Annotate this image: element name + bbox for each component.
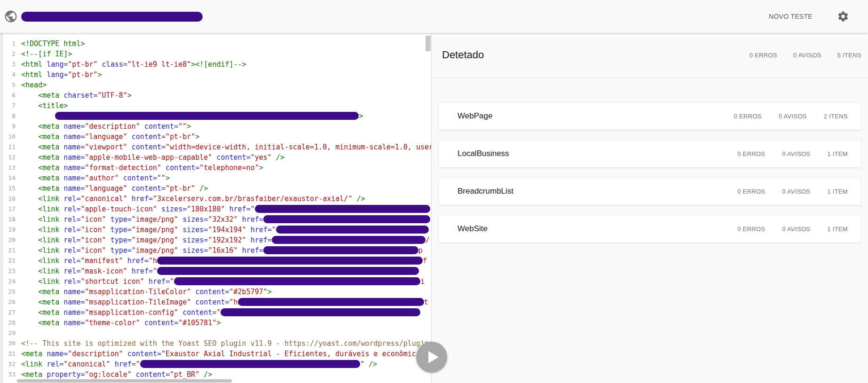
globe-icon [4,9,18,23]
redacted-text [157,257,423,265]
card-type-label: WebPage [458,111,734,121]
code-line: 3<html lang="pt-br" class="lt-ie9 lt-ie8… [0,59,431,70]
url-redaction [21,12,203,22]
code-line-content: <meta name="author" content=""> [16,173,431,183]
results-summary: 0 ERROS 0 AVISOS 5 ITENS [750,52,861,59]
code-line-content: <meta name="language" content="pt-br" /> [16,183,431,194]
code-line: 10 <meta name="language" content="pt-br"… [0,132,431,142]
result-card-localbusiness[interactable]: LocalBusiness0 ERROS0 AVISOS1 ITEM [438,140,861,168]
code-line: 2<!--[if IE]> [0,49,431,59]
code-line-content: <link rel="apple-touch-icon" sizes="180x… [16,204,431,214]
vertical-scrollbar[interactable] [426,36,431,51]
card-type-label: LocalBusiness [458,149,737,158]
code-line-content: <meta property="og:locale" content="pt_B… [16,369,431,380]
line-number: 5 [0,80,16,90]
card-errors: 0 ERROS [734,113,762,120]
redacted-text [157,267,419,275]
code-line-content: <meta name="format-detection" content="t… [16,163,431,173]
code-line-content: <meta name="msapplication-config" conten… [16,307,431,318]
code-line-content: <link rel="canonical" href="3xcelerserv.… [16,194,431,204]
code-line-content: <!--[if IE]> [16,49,431,59]
line-number: 24 [0,276,16,287]
code-line-content: <link rel="manifest" href="hf [16,256,431,266]
line-number: 15 [0,183,16,194]
summary-items: 5 ITENS [837,52,861,59]
line-number: 29 [0,328,16,338]
line-number: 20 [0,235,16,245]
code-line: 30<!-- This site is optimized with the Y… [0,338,431,349]
line-number: 10 [0,132,16,142]
code-line: 9 <meta name="description" content=""> [0,121,431,132]
code-line-content: <meta name="description" content=""> [16,121,431,132]
code-line-content [16,328,431,338]
card-items: 1 ITEM [827,188,848,195]
settings-gear-icon[interactable] [837,10,849,23]
redacted-text [221,308,420,316]
line-number: 7 [0,101,16,111]
code-line: 8 > [0,111,431,121]
code-line-content: > [16,111,431,121]
code-line-content: <!DOCTYPE html> [16,39,431,49]
code-line-content: <meta name="language" content="pt-br"> [16,132,431,142]
code-line-content: <link rel="icon" type="image/png" sizes=… [16,235,431,245]
code-line-content: <title> [16,101,431,111]
line-number: 12 [0,152,16,163]
card-type-label: WebSite [458,224,737,234]
code-editor[interactable]: 1<!DOCTYPE html>2<!--[if IE]>3<html lang… [0,33,432,383]
code-line: 19 <link rel="icon" type="image/png" siz… [0,225,431,235]
code-line-content: <!-- This site is optimized with the Yoa… [16,338,431,349]
results-title: Detetado [442,49,750,61]
code-line-content: <head> [16,80,431,90]
summary-warnings: 0 AVISOS [793,52,821,59]
code-line: 32<link rel="canonical" href="" /> [0,359,431,369]
code-line-content: <link rel="icon" type="image/png" sizes=… [16,214,431,225]
redacted-text [238,298,424,306]
redacted-text [276,226,429,234]
top-bar: NOVO TESTE [0,0,868,33]
line-number: 6 [0,90,16,101]
line-number: 4 [0,70,16,80]
card-warnings: 0 AVISOS [779,113,807,120]
line-number: 22 [0,256,16,266]
code-line-content: <meta name="apple-mobile-web-app-capable… [16,152,431,163]
line-number: 8 [0,111,16,121]
card-errors: 0 ERROS [737,188,765,195]
code-line: 7 <title> [0,101,431,111]
result-card-website[interactable]: WebSite0 ERROS0 AVISOS1 ITEM [438,215,861,243]
run-test-button[interactable] [416,342,447,373]
results-header: Detetado 0 ERROS 0 AVISOS 5 ITENS [432,33,868,78]
line-number: 33 [0,369,16,380]
line-number: 1 [0,39,16,49]
code-line-content: <link rel="icon" type="image/png" sizes=… [16,225,431,235]
card-warnings: 0 AVISOS [782,226,810,233]
code-line: 24 <link rel="shortcut icon" href="i [0,276,431,287]
new-test-button[interactable]: NOVO TESTE [764,9,817,24]
code-line: 25 <meta name="msapplication-TileColor" … [0,287,431,297]
redacted-text [263,246,418,254]
line-number: 23 [0,266,16,276]
code-line: 15 <meta name="language" content="pt-br"… [0,183,431,194]
result-card-webpage[interactable]: WebPage0 ERROS0 AVISOS2 ITENS [438,102,861,130]
code-line-content: <link rel="icon" type="image/png" sizes=… [16,245,431,256]
horizontal-scrollbar[interactable] [17,379,232,383]
line-number: 2 [0,49,16,59]
code-line: 14 <meta name="author" content=""> [0,173,431,183]
code-line: 1<!DOCTYPE html> [0,39,431,49]
code-line-content: <meta name="msapplication-TileColor" con… [16,287,431,297]
code-line-content: <meta name="theme-color" content="#10578… [16,318,431,328]
result-card-breadcrumblist[interactable]: BreadcrumbList0 ERROS0 AVISOS1 ITEM [438,177,861,205]
code-line-content: <meta charset="UTF-8"> [16,90,431,101]
line-number: 11 [0,142,16,152]
line-number: 18 [0,214,16,225]
main-area: 1<!DOCTYPE html>2<!--[if IE]>3<html lang… [0,33,868,383]
code-line: 5<head> [0,80,431,90]
redacted-text [55,112,359,120]
play-icon [428,351,439,363]
code-line: 27 <meta name="msapplication-config" con… [0,307,431,318]
code-line-content: <html lang="pt-br"> [16,70,431,80]
card-items: 2 ITENS [824,113,848,120]
code-lines-container: 1<!DOCTYPE html>2<!--[if IE]>3<html lang… [0,39,431,380]
code-line: 6 <meta charset="UTF-8"> [0,90,431,101]
line-number: 30 [0,338,16,349]
code-line: 11 <meta name="viewport" content="width=… [0,142,431,152]
